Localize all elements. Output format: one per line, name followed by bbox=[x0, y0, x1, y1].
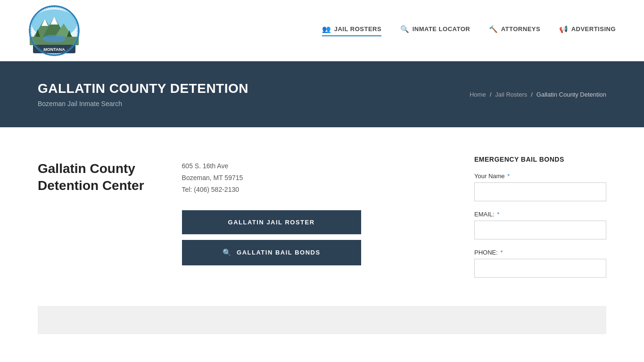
phone-field-group: PHONE: * bbox=[474, 249, 606, 278]
hero-banner: GALLATIN COUNTY DETENTION Bozeman Jail I… bbox=[0, 61, 644, 127]
email-label: EMAIL: * bbox=[474, 211, 606, 218]
logo-icon: MONTANA bbox=[28, 5, 80, 57]
phone-required: * bbox=[500, 249, 503, 256]
facility-name: Gallatin County Detention Center bbox=[38, 156, 144, 195]
nav-jail-rosters[interactable]: 👥 JAIL ROSTERS bbox=[322, 25, 381, 36]
page-title: GALLATIN COUNTY DETENTION bbox=[38, 81, 248, 96]
address-line1: 605 S. 16th Ave bbox=[182, 160, 361, 172]
inmate-locator-icon: 🔍 bbox=[400, 25, 410, 33]
name-label: Your Name * bbox=[474, 173, 606, 180]
nav-inmate-locator[interactable]: 🔍 INMATE LOCATOR bbox=[400, 25, 470, 36]
bottom-section bbox=[38, 306, 606, 334]
breadcrumb: Home / Jail Rosters / Gallatin County De… bbox=[470, 91, 606, 98]
search-btn-icon: 🔍 bbox=[223, 248, 232, 257]
email-field-group: EMAIL: * bbox=[474, 211, 606, 239]
bail-bonds-label: GALLATIN BAIL BONDS bbox=[237, 249, 321, 256]
email-input[interactable] bbox=[474, 221, 606, 239]
advertising-icon: 📢 bbox=[559, 25, 569, 33]
jail-rosters-icon: 👥 bbox=[322, 25, 331, 33]
action-buttons: GALLATIN JAIL ROSTER 🔍 GALLATIN BAIL BON… bbox=[182, 210, 361, 265]
jail-roster-button[interactable]: GALLATIN JAIL ROSTER bbox=[182, 210, 361, 234]
logo-container: MONTANA bbox=[28, 5, 80, 57]
breadcrumb-home[interactable]: Home bbox=[470, 91, 486, 98]
header: MONTANA 👥 JAIL ROSTERS 🔍 INMATE LOCATOR … bbox=[0, 0, 644, 61]
address-line2: Bozeman, MT 59715 bbox=[182, 172, 361, 184]
nav-advertising[interactable]: 📢 ADVERTISING bbox=[559, 25, 616, 36]
main-content: Gallatin County Detention Center 605 S. … bbox=[0, 127, 644, 306]
name-input[interactable] bbox=[474, 182, 606, 201]
nav-attorneys[interactable]: 🔨 ATTORNEYS bbox=[489, 25, 540, 36]
nav-attorneys-label: ATTORNEYS bbox=[501, 25, 540, 33]
facility-address: 605 S. 16th Ave Bozeman, MT 59715 Tel: (… bbox=[182, 156, 361, 196]
breadcrumb-current: Gallatin County Detention bbox=[537, 91, 606, 98]
name-required: * bbox=[507, 173, 510, 180]
breadcrumb-sep2: / bbox=[531, 91, 533, 98]
attorneys-icon: 🔨 bbox=[489, 25, 498, 33]
email-required: * bbox=[497, 211, 499, 218]
content-left: Gallatin County Detention Center 605 S. … bbox=[38, 156, 455, 287]
jail-roster-label: GALLATIN JAIL ROSTER bbox=[228, 219, 315, 226]
facility-name-block: Gallatin County Detention Center bbox=[38, 156, 144, 287]
nav-advertising-label: ADVERTISING bbox=[571, 25, 616, 33]
nav-inmate-locator-label: INMATE LOCATOR bbox=[413, 25, 471, 33]
breadcrumb-jail-rosters[interactable]: Jail Rosters bbox=[495, 91, 527, 98]
nav-jail-rosters-label: JAIL ROSTERS bbox=[334, 25, 381, 33]
svg-point-8 bbox=[42, 35, 66, 42]
phone-input[interactable] bbox=[474, 259, 606, 278]
main-nav: 👥 JAIL ROSTERS 🔍 INMATE LOCATOR 🔨 ATTORN… bbox=[322, 25, 616, 36]
bail-bonds-button[interactable]: 🔍 GALLATIN BAIL BONDS bbox=[182, 240, 361, 265]
svg-text:MONTANA: MONTANA bbox=[43, 47, 65, 52]
phone: Tel: (406) 582-2130 bbox=[182, 184, 361, 196]
sidebar-title: EMERGENCY BAIL BONDS bbox=[474, 156, 606, 163]
name-field-group: Your Name * bbox=[474, 173, 606, 201]
phone-label: PHONE: * bbox=[474, 249, 606, 256]
facility-details: 605 S. 16th Ave Bozeman, MT 59715 Tel: (… bbox=[182, 156, 361, 287]
emergency-bail-bonds-sidebar: EMERGENCY BAIL BONDS Your Name * EMAIL: … bbox=[474, 156, 606, 287]
hero-left: GALLATIN COUNTY DETENTION Bozeman Jail I… bbox=[38, 81, 248, 107]
breadcrumb-sep1: / bbox=[490, 91, 492, 98]
page-subtitle: Bozeman Jail Inmate Search bbox=[38, 100, 248, 107]
